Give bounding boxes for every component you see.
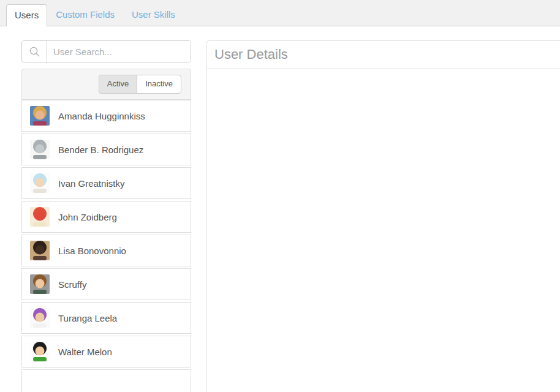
user-avatar: [30, 140, 50, 159]
user-list-item[interactable]: Turanga Leela: [21, 302, 191, 334]
tab-custom-fields[interactable]: Custom Fields: [47, 4, 123, 26]
active-inactive-toggle: Active Inactive: [99, 75, 181, 93]
user-list-item[interactable]: Scruffy: [21, 268, 191, 300]
user-avatar: [30, 274, 50, 294]
tab-bar: Users Custom Fields User Skills: [0, 0, 560, 26]
user-list-item[interactable]: Amanda Hugginnkiss: [21, 100, 191, 132]
user-search-box: [21, 40, 191, 62]
user-list-item[interactable]: Lisa Bonovonnio: [21, 235, 191, 266]
user-name: Turanga Leela: [58, 313, 117, 323]
user-name: Ivan Greatnistky: [58, 178, 124, 189]
tab-users[interactable]: Users: [6, 4, 47, 26]
user-details-panel: User Details: [206, 40, 560, 392]
user-avatar: [30, 207, 50, 227]
user-filter-panel: Active Inactive: [21, 69, 191, 100]
user-details-title: User Details: [214, 47, 288, 62]
user-search-input[interactable]: [47, 41, 191, 62]
search-icon: [29, 46, 40, 58]
user-list-item[interactable]: John Zoidberg: [21, 201, 191, 233]
user-name: Walter Melon: [58, 347, 112, 357]
user-name: John Zoidberg: [58, 212, 117, 222]
empty-list-row: [21, 369, 191, 392]
user-details-header: User Details: [207, 41, 560, 69]
user-avatar: [30, 173, 50, 193]
user-list: Amanda HugginnkissBender B. RodriguezIva…: [21, 100, 191, 392]
active-filter-button[interactable]: Active: [99, 75, 137, 93]
user-avatar: [30, 106, 50, 126]
user-name: Scruffy: [58, 279, 86, 290]
user-list-item[interactable]: Walter Melon: [21, 336, 191, 368]
user-list-column: Active Inactive Amanda HugginnkissBender…: [21, 40, 191, 392]
user-name: Amanda Hugginnkiss: [58, 111, 145, 121]
user-list-item[interactable]: Bender B. Rodriguez: [21, 134, 191, 165]
user-name: Lisa Bonovonnio: [58, 246, 126, 256]
search-icon-cell: [22, 41, 47, 62]
tab-user-skills[interactable]: User Skills: [123, 4, 184, 26]
inactive-filter-button[interactable]: Inactive: [137, 75, 181, 93]
user-avatar: [30, 308, 50, 328]
user-avatar: [30, 241, 50, 260]
user-list-item[interactable]: Ivan Greatnistky: [21, 167, 191, 199]
user-avatar: [30, 342, 50, 361]
user-name: Bender B. Rodriguez: [58, 145, 143, 155]
